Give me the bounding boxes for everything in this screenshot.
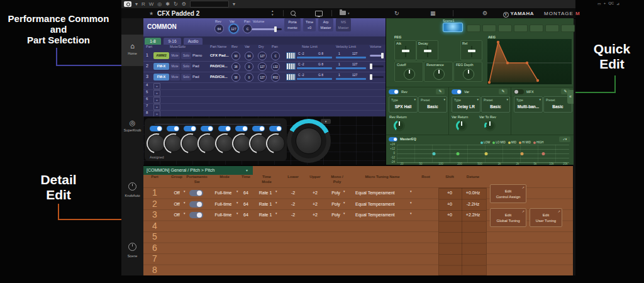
host-settings-icon[interactable]: ⚙ (182, 2, 186, 7)
porta-time-button[interactable]: Time +0 (303, 18, 316, 31)
detune-value[interactable]: +0.0Hz (466, 191, 480, 195)
common-pan-knob[interactable]: C (243, 24, 252, 33)
group-dropdown[interactable]: Off (174, 202, 179, 206)
time-value[interactable]: 64 (243, 191, 248, 195)
velocity-limit-low[interactable]: 1 (338, 73, 340, 77)
volume-handle[interactable] (370, 64, 372, 69)
mfx-toggle[interactable] (514, 89, 524, 94)
portamento-switch[interactable] (189, 201, 203, 208)
common-volume-slider[interactable] (252, 28, 282, 30)
tray-window-icon[interactable]: ▭ (597, 1, 601, 6)
tray-corner-icon[interactable]: ⊿ (616, 1, 619, 6)
scene-button-5[interactable] (514, 25, 528, 32)
part-dry-knob[interactable]: 127 (258, 62, 267, 71)
part-row-3[interactable]: 3 FM-X Mute Solo Pad PAD/CH... 38 0 127 … (143, 72, 386, 83)
event-icon[interactable]: ✱ (165, 2, 170, 7)
velocity-limit-low[interactable]: 1 (338, 52, 340, 55)
part-type-badge[interactable]: FM-X (153, 63, 169, 70)
mute-button[interactable]: Mute (170, 74, 180, 80)
common-rev-knob[interactable]: 64 (214, 24, 224, 33)
rev-toggle[interactable] (389, 89, 399, 94)
detune-value[interactable]: -2.2Hz (467, 202, 480, 206)
common-var-knob[interactable]: 127 (229, 24, 238, 33)
part-type-badge[interactable]: FM-X (153, 74, 169, 80)
part-row-1[interactable]: 1 AWM2 Mute Solo Piano CFX Pad... 90 64 … (143, 50, 386, 62)
time-mode-dropdown[interactable]: Rate 1 (259, 213, 272, 217)
part-volume-slider[interactable] (370, 55, 384, 57)
part-pan-knob[interactable]: R32 (271, 73, 280, 82)
eq-options-button[interactable]: ✓▾ (559, 136, 570, 142)
note-limit-bar[interactable] (297, 57, 332, 58)
mono-poly-dropdown[interactable]: Poly (331, 213, 340, 217)
add-part-button[interactable]: + (153, 83, 160, 89)
detune-value[interactable]: +2.2Hz (466, 213, 480, 217)
assignable-knob-4[interactable] (199, 135, 216, 152)
record-icon[interactable]: ◎ (157, 2, 162, 7)
assign-switch-8[interactable] (269, 126, 282, 131)
var-preset-dropdown[interactable]: Preset ▾ Basic (481, 96, 510, 113)
edit-control-assign-button[interactable]: ↗ Edit Control Assign (490, 184, 526, 203)
time-value[interactable]: 64 (243, 213, 248, 217)
folder-dropdown-icon[interactable]: ▾ (348, 11, 350, 15)
upper-value[interactable]: +2 (313, 202, 318, 206)
panel-collapse-button[interactable]: « (567, 90, 574, 104)
search-icon[interactable] (291, 11, 296, 16)
tab-parts-1-8[interactable]: 1-8 (145, 38, 161, 45)
preset-spinner[interactable]: ▴ ▾ (272, 9, 274, 16)
mute-button[interactable]: Mute (170, 52, 180, 59)
keyboard-panel-icon[interactable]: ▦ (430, 10, 436, 16)
scene-button-6[interactable] (530, 25, 543, 32)
read-automation-button[interactable]: R (142, 2, 145, 7)
note-limit-high[interactable]: G 8 (318, 52, 323, 55)
favorite-star-icon[interactable]: ★ (149, 11, 153, 16)
preset-dropdown-icon[interactable]: ▾ (233, 2, 235, 7)
slider-handle[interactable] (468, 50, 475, 52)
aeg-node[interactable] (526, 62, 528, 64)
note-limit-low[interactable]: C -2 (298, 73, 304, 77)
note-limit-low[interactable]: C -2 (298, 52, 304, 55)
eq-band-mid[interactable] (484, 152, 487, 155)
group-dropdown[interactable]: Off (174, 213, 179, 217)
eq-band-lomid[interactable] (457, 152, 460, 155)
aeg-node[interactable] (506, 62, 509, 64)
volume-handle[interactable] (274, 26, 277, 32)
scene-button-4[interactable] (498, 25, 512, 32)
part-pan-knob[interactable]: C (271, 52, 280, 60)
scene-button-8[interactable] (561, 25, 575, 32)
add-part-button[interactable]: + (153, 90, 160, 96)
velocity-limit-low[interactable]: 1 (338, 62, 340, 66)
part-rev-knob[interactable]: 38 (231, 73, 240, 82)
part-var-knob[interactable]: 0 (245, 73, 253, 82)
feg-decay-slider[interactable]: Decay (416, 40, 438, 60)
settings-gear-icon[interactable]: ⚙ (482, 10, 487, 16)
upper-value[interactable]: +2 (313, 191, 318, 195)
time-value[interactable]: 64 (243, 202, 248, 206)
rev-preset-dropdown[interactable]: Preset ▾ Basic (418, 96, 447, 113)
lower-value[interactable]: -2 (291, 191, 295, 195)
sidebar-item-superknob[interactable]: ◎ SuperKnob (121, 116, 143, 132)
mode-dropdown[interactable]: Full-time (215, 191, 232, 195)
upper-value[interactable]: +2 (313, 213, 318, 217)
time-mode-dropdown[interactable]: Rate 1 (259, 202, 272, 206)
keyboard-range-icon[interactable] (286, 63, 296, 70)
mono-poly-dropdown[interactable]: Poly (331, 202, 340, 206)
sidebar-item-knobauto[interactable]: KnobAuto (121, 182, 143, 197)
volume-handle[interactable] (381, 53, 384, 58)
note-limit-bar[interactable] (297, 78, 332, 80)
super-knob[interactable] (287, 119, 331, 163)
time-mode-dropdown[interactable]: Rate 1 (259, 191, 272, 195)
mfx-type-dropdown[interactable]: Type ▾ Multi-ban... (514, 96, 543, 113)
part-dry-knob[interactable]: 127 (258, 52, 267, 60)
tab-audio[interactable]: Audio (184, 38, 203, 45)
cutoff-knob[interactable] (404, 69, 415, 80)
eq-band-high[interactable] (542, 152, 545, 155)
velocity-limit-high[interactable]: 127 (352, 52, 357, 55)
portamento-switch[interactable] (189, 190, 203, 196)
velocity-limit-bar[interactable] (336, 67, 366, 69)
assign-switch-4[interactable] (201, 126, 213, 131)
sidebar-item-scene[interactable]: Scene (121, 242, 143, 258)
preset-name[interactable]: CFX Padded 2 (157, 10, 199, 17)
ms-master-button[interactable]: MS Master (336, 18, 351, 31)
part-var-knob[interactable]: 0 (245, 62, 253, 71)
eq-band-low[interactable] (433, 152, 436, 155)
